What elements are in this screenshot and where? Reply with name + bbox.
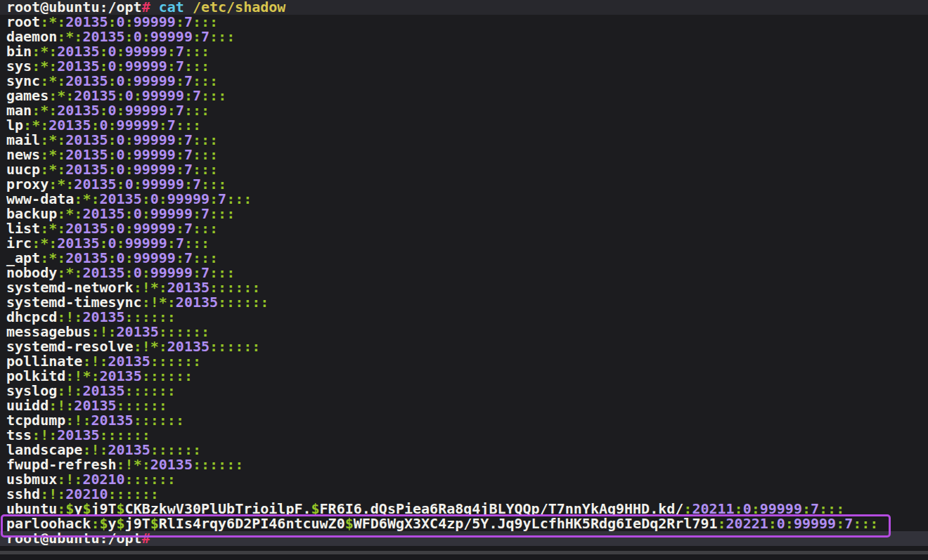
shadow-entry-line: systemd-network:!*:20135:::::: bbox=[0, 280, 928, 295]
shadow-entry-line: games:*:20135:0:99999:7::: bbox=[0, 89, 928, 103]
terminal-prompt-line: root@ubuntu:/opt# bbox=[0, 531, 928, 546]
shadow-entry-line: dhcpcd:!:20135:::::: bbox=[0, 310, 928, 325]
shadow-entry-line: lp:*:20135:0:99999:7::: bbox=[0, 118, 928, 133]
shadow-entry-line: sys:*:20135:0:99999:7::: bbox=[0, 59, 928, 74]
shadow-entry-line: news:*:20135:0:99999:7::: bbox=[0, 148, 928, 162]
window-resize-strip[interactable] bbox=[0, 551, 928, 554]
shadow-entry-line: root:*:20135:0:99999:7::: bbox=[0, 15, 928, 30]
shadow-entry-line: uuidd:!:20135:::::: bbox=[0, 398, 928, 413]
shadow-entry-line: mail:*:20135:0:99999:7::: bbox=[0, 133, 928, 148]
shadow-entry-line: backup:*:20135:0:99999:7::: bbox=[0, 207, 928, 221]
shadow-entry-line: irc:*:20135:0:99999:7::: bbox=[0, 236, 928, 251]
shadow-entry-line: nobody:*:20135:0:99999:7::: bbox=[0, 266, 928, 280]
shadow-entry-line: daemon:*:20135:0:99999:7::: bbox=[0, 30, 928, 44]
shadow-entry-line: fwupd-refresh:!*:20135:::::: bbox=[0, 457, 928, 472]
shadow-entry-line: sshd:!:20210:::::: bbox=[0, 487, 928, 502]
shadow-entry-line: uucp:*:20135:0:99999:7::: bbox=[0, 162, 928, 177]
shadow-entry-line: messagebus:!:20135:::::: bbox=[0, 325, 928, 339]
terminal-prompt-line: root@ubuntu:/opt# cat /etc/shadow bbox=[0, 0, 928, 15]
shadow-entry-line: www-data:*:20135:0:99999:7::: bbox=[0, 192, 928, 207]
window-bottom-edge bbox=[0, 546, 928, 560]
terminal-window[interactable]: root@ubuntu:/opt# cat /etc/shadowroot:*:… bbox=[0, 0, 928, 560]
shadow-entry-line: systemd-timesync:!*:20135:::::: bbox=[0, 295, 928, 310]
shadow-entry-line: proxy:*:20135:0:99999:7::: bbox=[0, 177, 928, 192]
shadow-entry-line: bin:*:20135:0:99999:7::: bbox=[0, 44, 928, 59]
shadow-entry-line: syslog:!:20135:::::: bbox=[0, 384, 928, 398]
shadow-entry-line: usbmux:!:20210:::::: bbox=[0, 472, 928, 487]
shadow-entry-line: polkitd:!*:20135:::::: bbox=[0, 369, 928, 384]
shadow-entry-line: sync:*:20135:0:99999:7::: bbox=[0, 74, 928, 89]
shadow-entry-line: man:*:20135:0:99999:7::: bbox=[0, 103, 928, 118]
shadow-entry-line: _apt:*:20135:0:99999:7::: bbox=[0, 251, 928, 266]
shadow-entry-line: tcpdump:!:20135:::::: bbox=[0, 413, 928, 428]
shadow-entry-line: list:*:20135:0:99999:7::: bbox=[0, 221, 928, 236]
shadow-entry-line: pollinate:!:20135:::::: bbox=[0, 354, 928, 369]
shadow-entry-line: tss:!:20135:::::: bbox=[0, 428, 928, 443]
terminal-output: root@ubuntu:/opt# cat /etc/shadowroot:*:… bbox=[0, 0, 928, 546]
highlighted-shadow-entry: parloohack:$y$j9T$RlIs4rqy6D2PI46ntcuwZ0… bbox=[0, 516, 928, 531]
shadow-entry-line: landscape:!:20135:::::: bbox=[0, 443, 928, 457]
shadow-entry-line: ubuntu:$y$j9T$CKBzkwV30PlUbTrioilpF.$FR6… bbox=[0, 502, 928, 516]
shadow-entry-line: systemd-resolve:!*:20135:::::: bbox=[0, 339, 928, 354]
